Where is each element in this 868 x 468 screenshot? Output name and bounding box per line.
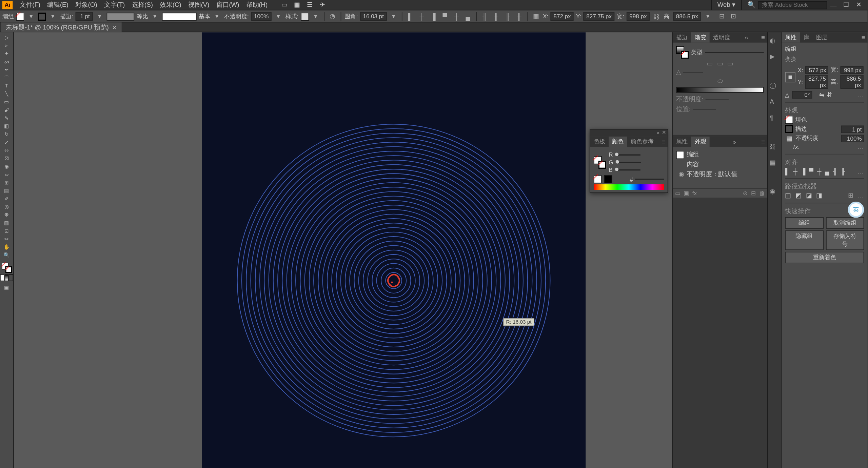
add-fill-icon[interactable]: ▣: [684, 190, 689, 197]
slice-tool[interactable]: ✂: [0, 235, 13, 243]
btn-save-symbol[interactable]: 存储为符号: [826, 230, 864, 250]
grad-position[interactable]: [693, 108, 716, 109]
stroke-drop[interactable]: ▾: [48, 12, 58, 21]
selection-tool[interactable]: ▷: [0, 34, 13, 42]
menu-type[interactable]: 文字(T): [101, 0, 129, 11]
gradient-preview[interactable]: [676, 46, 689, 59]
free-transform-tool[interactable]: ⛝: [0, 155, 13, 163]
menu-effect[interactable]: 效果(C): [156, 0, 185, 11]
y-value[interactable]: 827.75 px: [584, 12, 615, 21]
graph-tool[interactable]: ▥: [0, 219, 13, 227]
grad-collapse-icon[interactable]: »: [742, 34, 750, 41]
spectrum-bar[interactable]: [594, 184, 664, 190]
flip-h-icon[interactable]: ⇋: [819, 91, 824, 99]
stroke-weight[interactable]: 1 pt: [75, 12, 93, 21]
reference-point[interactable]: [785, 72, 795, 83]
line-tool[interactable]: ╲: [0, 90, 13, 98]
expand-panel-icon[interactable]: ⊟: [717, 12, 726, 21]
prop-y[interactable]: 827.75 px: [805, 75, 828, 89]
appear-collapse-icon[interactable]: »: [730, 138, 738, 145]
fill-swatch[interactable]: [16, 13, 24, 21]
btn-hide[interactable]: 隐藏组: [785, 230, 823, 250]
expand-pf-icon[interactable]: ⊞: [848, 192, 853, 199]
more-appear-icon[interactable]: …: [858, 143, 864, 150]
p-align-hcenter-icon[interactable]: ┼: [793, 168, 797, 175]
pf-intersect-icon[interactable]: ◪: [806, 192, 812, 199]
stroke-swatch[interactable]: [38, 13, 46, 21]
menu-select[interactable]: 选择(S): [129, 0, 157, 11]
arrange-icon[interactable]: ▦: [293, 1, 301, 9]
more-transform-icon[interactable]: …: [858, 91, 864, 98]
paragraph-dock-icon[interactable]: ¶: [770, 114, 779, 123]
color-dock-icon[interactable]: ◐: [770, 37, 779, 46]
canvas-viewport[interactable]: R: 16.03 pt «✕ 色板 颜色 颜色参考 ≡: [14, 32, 672, 468]
rectangle-tool[interactable]: ▭: [0, 98, 13, 106]
action-dock-icon[interactable]: ▶: [770, 53, 779, 62]
pf-unite-icon[interactable]: ◫: [785, 192, 791, 199]
perspective-tool[interactable]: ▱: [0, 170, 13, 179]
prop-stroke-w[interactable]: 1 pt: [841, 125, 864, 133]
grad-angle[interactable]: [683, 72, 704, 73]
stroke-tab[interactable]: 描边: [673, 32, 691, 43]
pin-panel-icon[interactable]: ⊡: [729, 12, 738, 21]
pf-minus-icon[interactable]: ◩: [795, 192, 801, 199]
curvature-tool[interactable]: ⌒: [0, 74, 13, 82]
properties-tab[interactable]: 属性: [673, 137, 691, 147]
b-value[interactable]: [617, 169, 640, 170]
align-right-icon[interactable]: ▐: [429, 12, 438, 21]
panel-collapse-icon[interactable]: «: [656, 130, 659, 137]
document-tab[interactable]: 未标题-1* @ 100% (RGB/GPU 预览) ✕: [1, 22, 121, 32]
search-stock-input[interactable]: [758, 1, 827, 9]
p-align-right-icon[interactable]: ▐: [801, 168, 805, 175]
link-dock-icon[interactable]: ⛓: [770, 143, 779, 152]
panel-menu-icon[interactable]: ≡: [659, 138, 668, 145]
prop-angle[interactable]: 0°: [792, 91, 812, 99]
add-effect-icon[interactable]: fx: [692, 190, 697, 197]
menu-edit[interactable]: 编辑(E): [44, 0, 72, 11]
recolor-icon[interactable]: ◔: [328, 12, 337, 21]
gradient-slider[interactable]: [676, 87, 764, 93]
stroke-profile[interactable]: [106, 13, 134, 21]
link-wh-icon[interactable]: ⛓: [652, 12, 661, 21]
lasso-tool[interactable]: ᔕ: [0, 58, 13, 66]
transform-menu[interactable]: ▾: [703, 12, 712, 21]
prop-fx-icon[interactable]: fx.: [793, 143, 800, 150]
gradient-tool[interactable]: ▤: [0, 187, 13, 195]
transparency-tab[interactable]: 透明度: [710, 32, 734, 43]
p-align-left-icon[interactable]: ▌: [785, 168, 789, 175]
distribute-vc-icon[interactable]: ╫: [515, 12, 524, 21]
appear-opacity-row[interactable]: 不透明度：默认值: [687, 170, 737, 179]
distribute-hc-icon[interactable]: ╫: [492, 12, 501, 21]
none-swatch[interactable]: [594, 175, 602, 183]
color-tab[interactable]: 颜色: [609, 137, 627, 147]
blend-tool[interactable]: ◎: [0, 203, 13, 211]
align-left-icon[interactable]: ▌: [406, 12, 415, 21]
search-icon[interactable]: 🔍: [748, 1, 756, 9]
stroke-menu[interactable]: ▾: [95, 12, 104, 21]
menu-help[interactable]: 帮助(H): [243, 0, 271, 11]
style-swatch[interactable]: [301, 13, 309, 21]
direct-selection-tool[interactable]: ▹: [0, 41, 13, 49]
appear-menu-icon[interactable]: ≡: [759, 138, 767, 145]
doc-setup-icon[interactable]: ▭: [280, 1, 289, 9]
mesh-tool[interactable]: ⊞: [0, 179, 13, 187]
paintbrush-tool[interactable]: 🖌: [0, 106, 13, 114]
rotate-tool[interactable]: ↻: [0, 130, 13, 138]
brush[interactable]: [162, 13, 196, 21]
distribute-h-icon[interactable]: ╢: [480, 12, 489, 21]
shape-builder-tool[interactable]: ◉: [0, 162, 13, 170]
swatches-dock-icon[interactable]: ▦: [770, 159, 779, 168]
btn-recolor[interactable]: 重新着色: [785, 252, 864, 263]
props-menu-icon[interactable]: ≡: [859, 34, 868, 41]
more-align-icon[interactable]: …: [858, 168, 864, 175]
window-minimize[interactable]: —: [829, 1, 837, 9]
symbol-sprayer-tool[interactable]: ❋: [0, 211, 13, 219]
w-value[interactable]: 998 px: [627, 12, 650, 21]
window-maximize[interactable]: ☐: [842, 1, 850, 9]
panel-close-icon[interactable]: ✕: [662, 130, 667, 137]
magic-wand-tool[interactable]: ✦: [0, 49, 13, 58]
fill-stroke-control[interactable]: [2, 263, 12, 273]
eraser-tool[interactable]: ◧: [0, 122, 13, 130]
corner-value[interactable]: 16.03 pt: [360, 12, 387, 21]
props-tab[interactable]: 属性: [782, 32, 800, 43]
